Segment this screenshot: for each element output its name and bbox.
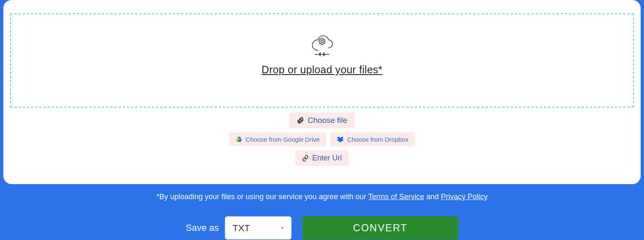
format-select[interactable]: TXT	[225, 216, 292, 240]
privacy-link[interactable]: Privacy Policy	[441, 192, 488, 201]
choose-file-button[interactable]: Choose file	[289, 112, 355, 128]
svg-line-7	[324, 43, 325, 44]
svg-line-6	[319, 39, 320, 39]
enter-url-button[interactable]: Enter Url	[295, 150, 348, 166]
terms-link[interactable]: Terms of Service	[368, 192, 424, 201]
dropbox-label: Choose from Dropbox	[347, 136, 408, 143]
cloud-upload-icon	[309, 35, 335, 59]
attachment-icon	[297, 117, 304, 124]
google-drive-icon	[236, 136, 242, 143]
link-icon	[302, 155, 309, 162]
convert-button[interactable]: CONVERT	[302, 216, 458, 240]
dropzone[interactable]: Drop or upload your files*	[10, 13, 634, 108]
svg-line-8	[324, 39, 325, 39]
svg-line-9	[319, 43, 320, 44]
dropbox-button[interactable]: Choose from Dropbox	[330, 132, 415, 146]
dropbox-icon	[337, 136, 344, 143]
dropzone-heading: Drop or upload your files*	[262, 64, 382, 76]
google-drive-label: Choose from Google Drive	[246, 136, 320, 143]
disclaimer-prefix: *By uploading your files or using our se…	[156, 192, 368, 201]
upload-card: Drop or upload your files* Choose file	[3, 0, 641, 184]
action-row: Save as TXT CONVERT	[0, 216, 644, 240]
save-as-label: Save as	[186, 222, 219, 233]
disclaimer-text: *By uploading your files or using our se…	[0, 192, 644, 201]
choose-file-label: Choose file	[307, 116, 347, 125]
google-drive-button[interactable]: Choose from Google Drive	[229, 132, 327, 146]
svg-point-0	[319, 38, 325, 44]
svg-point-1	[321, 40, 323, 42]
disclaimer-mid: and	[424, 192, 441, 201]
enter-url-label: Enter Url	[312, 154, 342, 162]
